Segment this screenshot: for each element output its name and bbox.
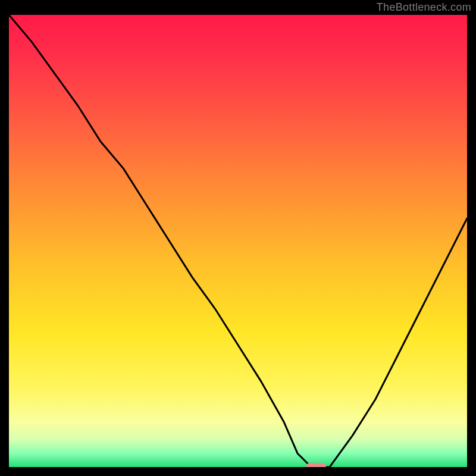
watermark-text: TheBottleneck.com: [377, 1, 471, 14]
optimum-marker: [306, 463, 326, 467]
plot-area: [9, 15, 467, 467]
bottleneck-curve: [9, 15, 467, 467]
curve-svg: [9, 15, 467, 467]
chart-frame: TheBottleneck.com: [0, 0, 476, 476]
